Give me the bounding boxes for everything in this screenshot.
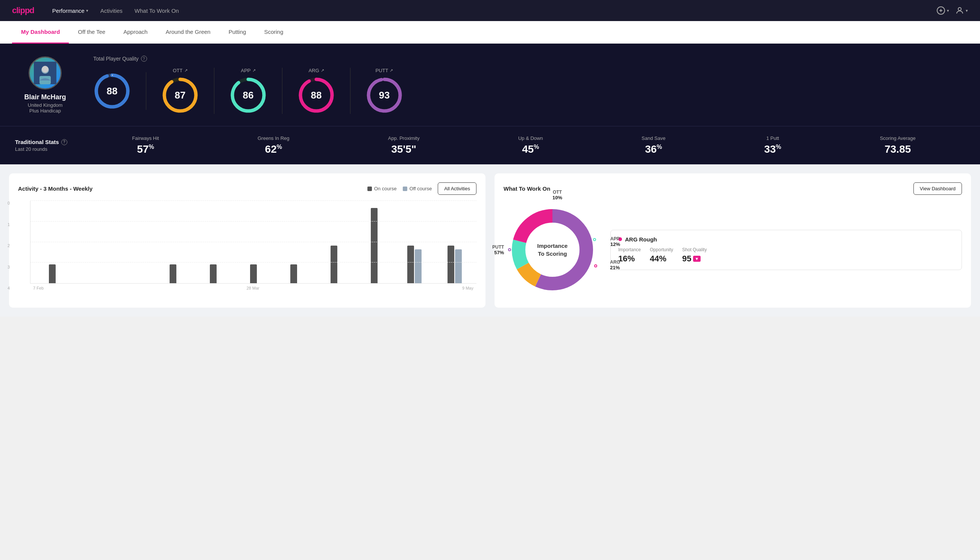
nav-what-to-work-on[interactable]: What To Work On — [135, 8, 179, 14]
ring-app: 86 — [230, 77, 267, 114]
bar-group — [436, 246, 473, 283]
hero-section: Blair McHarg United Kingdom Plus Handica… — [0, 43, 980, 126]
chart-legend: On course Off course — [368, 186, 432, 192]
putt-dot — [508, 248, 511, 251]
bar-on-course — [290, 264, 297, 283]
arg-donut-label: ARG 21% — [610, 260, 620, 270]
arg-rough-card: ARG Rough Importance 16% Opportunity 44%… — [611, 230, 962, 270]
ott-label: OTT ↗ — [173, 68, 188, 73]
activity-card: Activity - 3 Months - Weekly On course O… — [9, 173, 486, 308]
info-icon[interactable]: ? — [141, 56, 147, 62]
ring-ott: 87 — [161, 77, 199, 114]
view-dashboard-button[interactable]: View Dashboard — [913, 182, 962, 195]
bar-group — [33, 264, 72, 283]
quality-section: Total Player Quality ? 88 OTT ↗ — [93, 56, 965, 114]
arg-arrow: ↗ — [321, 68, 324, 73]
avatar — [28, 57, 62, 90]
score-app: APP ↗ 86 — [215, 68, 283, 114]
score-ott: OTT ↗ 87 — [146, 68, 215, 114]
all-activities-button[interactable]: All Activities — [438, 182, 476, 195]
bar-group — [154, 264, 192, 283]
trad-sub-label: Last 20 rounds — [15, 146, 83, 152]
bar-on-course — [331, 246, 337, 283]
arg-value: 88 — [311, 90, 322, 101]
on-course-dot — [368, 187, 372, 191]
donut-wrapper: Importance To Scoring PUTT 57% OTT 10% — [504, 201, 601, 298]
player-country: United Kingdom — [28, 102, 63, 108]
tab-bar: My Dashboard Off the Tee Approach Around… — [0, 21, 980, 43]
nav-links: Performance ▾ Activities What To Work On — [52, 8, 937, 14]
bottom-section: Activity - 3 Months - Weekly On course O… — [0, 164, 980, 317]
app-value: 86 — [243, 90, 254, 101]
logo: clippd — [12, 6, 34, 15]
score-putt: PUTT ↗ 93 — [351, 68, 418, 114]
legend-off-course: Off course — [403, 186, 432, 192]
putt-value: 93 — [379, 90, 390, 101]
nav-performance[interactable]: Performance ▾ — [52, 8, 88, 14]
top-nav: clippd Performance ▾ Activities What To … — [0, 0, 980, 21]
svg-point-3 — [958, 8, 961, 10]
bar-on-course — [371, 208, 378, 283]
stat-greens-in-reg: Greens In Reg 62% — [258, 135, 290, 155]
activity-chart-title: Activity - 3 Months - Weekly — [18, 185, 93, 192]
tab-off-the-tee[interactable]: Off the Tee — [69, 21, 114, 43]
tab-approach[interactable]: Approach — [114, 21, 156, 43]
stat-items: Fairways Hit 57% Greens In Reg 62% App. … — [83, 135, 965, 155]
stat-up-down: Up & Down 45% — [518, 135, 543, 155]
y-axis-labels: 4 3 2 1 0 — [8, 201, 10, 290]
grid-line-4 — [30, 200, 476, 201]
player-handicap: Plus Handicap — [29, 108, 61, 113]
ott-arrow: ↗ — [184, 68, 188, 73]
nav-activities[interactable]: Activities — [100, 8, 123, 14]
bar-group — [315, 246, 353, 283]
arg-importance-value: 16% — [618, 254, 641, 263]
x-axis-labels: 7 Feb 28 Mar 9 May — [30, 283, 476, 290]
app-arrow: ↗ — [252, 68, 256, 73]
ring-putt: 93 — [366, 77, 403, 114]
add-button[interactable]: ▾ — [937, 6, 949, 15]
bar-group — [235, 264, 273, 283]
arg-importance: Importance 16% — [618, 247, 641, 263]
putt-arrow: ↗ — [389, 68, 393, 73]
work-card-title: What To Work On — [504, 185, 550, 192]
ott-donut-label: OTT 10% — [552, 190, 562, 200]
stat-scoring-avg: Scoring Average 73.85 — [880, 135, 916, 155]
arg-dot — [594, 264, 597, 267]
tab-scoring[interactable]: Scoring — [255, 21, 292, 43]
bar-on-course — [210, 264, 216, 283]
bar-on-course — [49, 264, 56, 283]
arg-opportunity: Opportunity 44% — [650, 247, 673, 263]
putt-label: PUTT ↗ — [376, 68, 393, 73]
chevron-down-icon: ▾ — [947, 8, 949, 13]
donut-center-label: Importance To Scoring — [537, 242, 568, 258]
app-donut-label: APP 12% — [611, 236, 620, 247]
bar-on-course — [170, 264, 176, 283]
trad-info-icon[interactable]: ? — [61, 139, 67, 145]
stat-fairways-hit: Fairways Hit 57% — [132, 135, 159, 155]
traditional-stats: Traditional Stats ? Last 20 rounds Fairw… — [0, 126, 980, 164]
work-card-header: What To Work On View Dashboard — [504, 182, 962, 195]
user-menu[interactable]: ▾ — [955, 6, 968, 15]
activity-card-header: Activity - 3 Months - Weekly On course O… — [18, 182, 476, 195]
arg-card-title: ARG Rough — [625, 236, 657, 243]
ring-overall: 88 — [93, 72, 131, 110]
tab-around-the-green[interactable]: Around the Green — [156, 21, 219, 43]
bar-on-course — [407, 246, 414, 283]
score-arg: ARG ↗ 88 — [283, 68, 351, 114]
stat-sand-save: Sand Save 36% — [642, 135, 666, 155]
tab-my-dashboard[interactable]: My Dashboard — [12, 21, 69, 43]
bar-off-course — [415, 249, 421, 283]
bar-on-course — [250, 264, 257, 283]
legend-on-course: On course — [368, 186, 397, 192]
arg-shot-quality-value: 95 ▼ — [682, 254, 707, 263]
ott-value: 87 — [175, 90, 186, 101]
app-dot — [593, 238, 596, 241]
app-label: APP ↗ — [241, 68, 255, 73]
svg-point-7 — [42, 66, 48, 73]
tab-putting[interactable]: Putting — [220, 21, 255, 43]
donut-section: Importance To Scoring PUTT 57% OTT 10% — [504, 201, 962, 298]
work-card: What To Work On View Dashboard — [494, 173, 971, 308]
bar-off-course — [455, 249, 462, 283]
quality-scores: 88 OTT ↗ 87 APP — [93, 68, 965, 114]
bar-group — [355, 208, 393, 283]
